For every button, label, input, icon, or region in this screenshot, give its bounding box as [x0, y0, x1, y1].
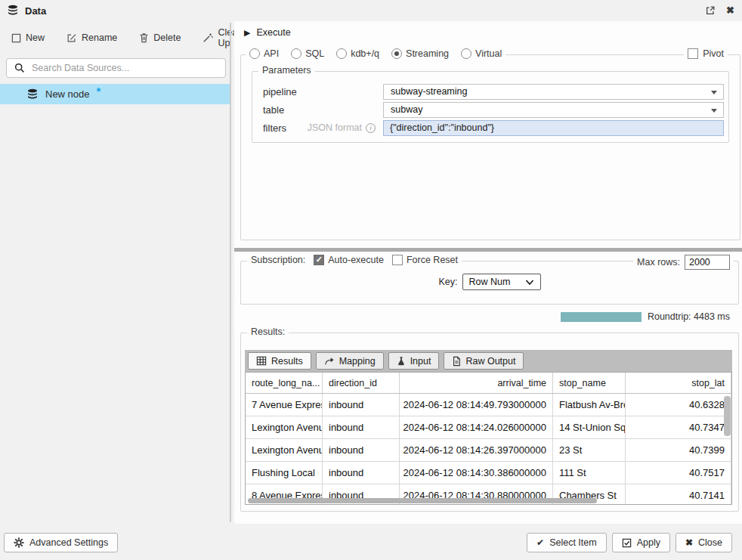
table-cell: 23 St	[553, 439, 626, 461]
horizontal-scrollbar-thumb[interactable]	[248, 498, 597, 503]
table-row-field: table subway	[263, 101, 724, 118]
mapping-icon	[324, 357, 335, 366]
connection-groupbox: API SQL kdb+/q Streaming Virtual Pivot	[240, 54, 740, 240]
table-select[interactable]: subway	[383, 102, 724, 118]
table-cell: inbound	[323, 416, 400, 438]
radio-api[interactable]: API	[249, 48, 279, 59]
key-select[interactable]: Row Num	[462, 274, 541, 290]
radio-virtual[interactable]: Virtual	[461, 48, 502, 59]
panel-divider[interactable]	[230, 23, 231, 522]
radio-icon	[291, 48, 301, 59]
max-rows-label: Max rows:	[637, 257, 680, 268]
key-label: Key:	[438, 277, 457, 287]
table-row[interactable]: 7 Avenue Expresinbound2024-06-12 08:14:4…	[246, 394, 731, 416]
select-item-button[interactable]: ✔ Select Item	[527, 533, 607, 552]
radio-kdbq[interactable]: kdb+/q	[336, 48, 379, 59]
table-cell: inbound	[323, 394, 400, 416]
column-header[interactable]: direction_id	[323, 373, 400, 393]
radio-icon	[461, 48, 471, 59]
table-row[interactable]: Lexington Avenuinbound2024-06-12 08:14:2…	[246, 439, 731, 462]
tab-input[interactable]: Input	[388, 352, 440, 370]
subscription-groupbox: Subscription: Auto-execute Force Reset M…	[240, 261, 739, 305]
column-header[interactable]: route_long_na...	[246, 373, 323, 393]
subscription-legend: Subscription:	[251, 255, 305, 265]
tab-mapping[interactable]: Mapping	[316, 352, 384, 370]
close-icon[interactable]: ✖	[726, 5, 734, 16]
progress-bar	[561, 312, 642, 322]
table-cell: inbound	[323, 462, 400, 484]
table-cell: 14 St-Union Sq	[553, 416, 626, 438]
table-label: table	[263, 104, 284, 116]
table-cell: 40.7399	[626, 439, 731, 461]
vertical-scrollbar-thumb[interactable]	[724, 396, 731, 436]
tab-results[interactable]: Results	[248, 352, 311, 370]
pipeline-select[interactable]: subway-streaming	[383, 84, 724, 100]
connection-type-radios: API SQL kdb+/q Streaming Virtual	[246, 48, 505, 59]
table-cell: 40.7141	[626, 484, 731, 505]
delete-button[interactable]: Delete	[139, 32, 181, 43]
data-source-item-new-node[interactable]: New node *	[0, 84, 230, 104]
radio-streaming[interactable]: Streaming	[391, 48, 449, 59]
table-cell: 2024-06-12 08:14:24.026000000	[400, 416, 553, 438]
key-row: Key: Row Num	[241, 274, 738, 290]
filters-hint: JSON format i	[308, 122, 376, 133]
close-button[interactable]: ✖ Close	[676, 533, 732, 552]
check-icon: ✔	[536, 537, 544, 548]
apply-button[interactable]: Apply	[612, 533, 670, 552]
info-icon[interactable]: i	[366, 123, 376, 133]
parameters-legend: Parameters	[258, 65, 315, 76]
pivot-checkbox[interactable]: Pivot	[684, 48, 728, 59]
radio-sql[interactable]: SQL	[291, 48, 324, 59]
rename-icon	[66, 32, 77, 43]
play-icon: ▶	[244, 28, 250, 38]
document-icon	[452, 356, 461, 367]
results-groupbox: Results: Results	[240, 333, 739, 512]
search-icon	[14, 63, 25, 73]
table-cell: 40.6328	[626, 394, 731, 416]
trash-icon	[139, 32, 149, 43]
window-title: Data	[25, 5, 46, 17]
table-cell: 2024-06-12 08:14:30.386000000	[400, 462, 553, 484]
filters-row: filters JSON format i	[263, 119, 724, 136]
table-cell: 40.7347	[626, 416, 731, 438]
advanced-settings-button[interactable]: Advanced Settings	[4, 533, 118, 552]
max-rows-input[interactable]	[685, 255, 730, 270]
table-row[interactable]: Flushing Localinbound2024-06-12 08:14:30…	[246, 462, 731, 484]
auto-execute-checkbox[interactable]: Auto-execute	[314, 255, 384, 265]
results-tabbar: Results Mapping Input	[245, 350, 732, 372]
table-cell: 40.7517	[626, 462, 731, 484]
table-cell: Flatbush Av-Broo	[553, 394, 626, 416]
close-icon: ✖	[685, 537, 693, 548]
results-table-body: 7 Avenue Expresinbound2024-06-12 08:14:4…	[246, 394, 731, 505]
chevron-down-icon	[711, 91, 717, 94]
results-legend: Results:	[247, 326, 289, 337]
table-row[interactable]: Lexington Avenuinbound2024-06-12 08:14:2…	[246, 416, 731, 439]
checkbox-check-icon	[622, 538, 632, 548]
filters-label: filters	[263, 122, 286, 134]
popout-icon[interactable]	[705, 5, 716, 16]
chevron-down-icon	[711, 109, 717, 113]
execute-button[interactable]: ▶ Execute	[244, 27, 291, 38]
table-cell: inbound	[323, 439, 400, 461]
rename-button[interactable]: Rename	[66, 32, 117, 43]
column-header[interactable]: stop_lat	[626, 373, 731, 393]
checkbox-icon	[688, 48, 698, 59]
search-input[interactable]	[32, 63, 218, 73]
data-sources-toolbar: New Rename Delete	[0, 21, 230, 53]
table-icon	[256, 356, 267, 366]
column-header[interactable]: arrival_time	[400, 373, 553, 393]
results-table-header: route_long_na...direction_idarrival_time…	[246, 373, 731, 394]
tab-raw-output[interactable]: Raw Output	[444, 352, 524, 370]
gear-icon	[14, 537, 24, 548]
force-reset-checkbox[interactable]: Force Reset	[392, 255, 458, 265]
table-cell: Lexington Avenu	[246, 416, 323, 438]
horizontal-splitter[interactable]	[234, 248, 742, 252]
filters-input[interactable]	[383, 120, 724, 136]
table-cell: Flushing Local	[246, 462, 323, 484]
column-header[interactable]: stop_name	[553, 373, 626, 393]
new-button[interactable]: New	[11, 32, 45, 43]
radio-icon	[249, 48, 260, 59]
parameters-groupbox: Parameters pipeline subway-streaming tab…	[252, 71, 729, 143]
data-sources-panel: New Rename Delete	[0, 21, 230, 524]
search-box[interactable]	[6, 58, 226, 78]
